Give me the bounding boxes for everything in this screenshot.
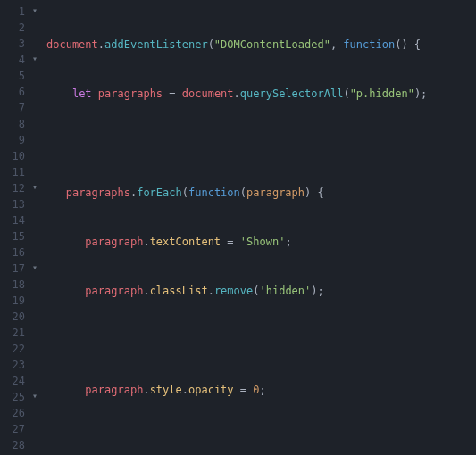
- line-number: 1: [0, 4, 25, 20]
- code-line[interactable]: paragraphs.forEach(function(paragraph) {: [46, 185, 476, 201]
- fold-marker: [29, 341, 41, 357]
- line-number: 22: [0, 341, 25, 357]
- fold-marker: [29, 212, 41, 228]
- line-number: 4: [0, 52, 25, 68]
- line-number: 11: [0, 164, 25, 180]
- line-number: 12: [0, 180, 25, 196]
- fold-marker: [29, 357, 41, 373]
- line-number: 10: [0, 148, 25, 164]
- line-number-gutter: 1234567891011121314151617181920212223242…: [0, 0, 29, 455]
- line-number: 2: [0, 20, 25, 36]
- fold-marker[interactable]: ▾: [29, 261, 41, 277]
- line-number: 26: [0, 405, 25, 421]
- fold-marker: [29, 148, 41, 164]
- line-number: 17: [0, 261, 25, 277]
- fold-marker: [29, 421, 41, 437]
- fold-marker: [29, 293, 41, 309]
- fold-marker: [29, 36, 41, 52]
- fold-marker[interactable]: ▾: [29, 389, 41, 405]
- line-number: 20: [0, 309, 25, 325]
- line-number: 19: [0, 293, 25, 309]
- line-number: 8: [0, 116, 25, 132]
- code-line[interactable]: [46, 431, 476, 447]
- line-number: 18: [0, 277, 25, 293]
- fold-marker[interactable]: ▾: [29, 4, 41, 20]
- code-line[interactable]: let paragraphs = document.querySelectorA…: [46, 86, 476, 102]
- line-number: 3: [0, 36, 25, 52]
- fold-marker: [29, 244, 41, 261]
- fold-marker: [29, 132, 41, 148]
- code-editor[interactable]: 1234567891011121314151617181920212223242…: [0, 0, 476, 455]
- fold-marker: [29, 68, 41, 84]
- fold-marker: [29, 228, 41, 244]
- line-number: 14: [0, 212, 25, 228]
- fold-marker: [29, 437, 41, 453]
- fold-marker: [29, 20, 41, 36]
- line-number: 7: [0, 100, 25, 116]
- code-line[interactable]: document.addEventListener("DOMContentLoa…: [46, 37, 476, 53]
- line-number: 21: [0, 325, 25, 341]
- line-number: 6: [0, 84, 25, 100]
- line-number: 5: [0, 68, 25, 84]
- line-number: 13: [0, 196, 25, 212]
- code-line[interactable]: [46, 332, 476, 348]
- line-number: 27: [0, 421, 25, 437]
- code-line[interactable]: paragraph.classList.remove('hidden');: [46, 283, 476, 299]
- fold-marker[interactable]: ▾: [29, 52, 41, 68]
- fold-marker: [29, 309, 41, 325]
- line-number: 15: [0, 228, 25, 244]
- line-number: 9: [0, 132, 25, 148]
- code-area[interactable]: document.addEventListener("DOMContentLoa…: [41, 0, 476, 455]
- code-line[interactable]: paragraph.textContent = 'Shown';: [46, 234, 476, 250]
- code-line[interactable]: [46, 136, 476, 152]
- fold-marker: [29, 116, 41, 132]
- fold-marker: [29, 164, 41, 180]
- fold-marker: [29, 277, 41, 293]
- line-number: 25: [0, 389, 25, 405]
- line-number: 23: [0, 357, 25, 373]
- fold-marker: [29, 325, 41, 341]
- fold-gutter[interactable]: ▾▾▾▾▾: [29, 0, 41, 455]
- fold-marker: [29, 84, 41, 100]
- fold-marker[interactable]: ▾: [29, 180, 41, 196]
- code-line[interactable]: paragraph.style.opacity = 0;: [46, 382, 476, 398]
- line-number: 28: [0, 437, 25, 453]
- fold-marker: [29, 196, 41, 212]
- line-number: 16: [0, 244, 25, 261]
- fold-marker: [29, 405, 41, 421]
- line-number: 24: [0, 373, 25, 389]
- fold-marker: [29, 100, 41, 116]
- fold-marker: [29, 373, 41, 389]
